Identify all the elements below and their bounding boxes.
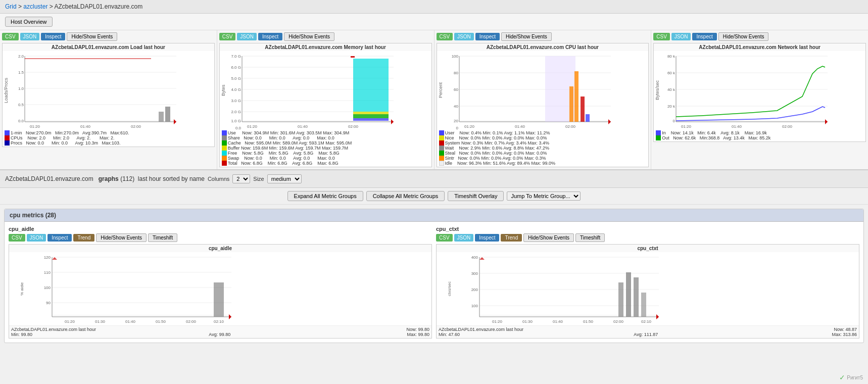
host-overview-button[interactable]: Host Overview	[5, 17, 53, 27]
svg-marker-66	[608, 119, 611, 124]
svg-rect-121	[626, 272, 631, 317]
network-inspect-button[interactable]: Inspect	[692, 33, 716, 40]
cpu-aidle-hide-show-button[interactable]: Hide/Show Events	[96, 233, 147, 242]
svg-text:4.0 G: 4.0 G	[231, 87, 241, 92]
svg-rect-42	[353, 118, 389, 121]
svg-text:01:30: 01:30	[522, 319, 533, 324]
svg-text:01:40: 01:40	[732, 124, 742, 129]
svg-text:200: 200	[471, 287, 478, 292]
host-overview-bar: Host Overview	[0, 14, 868, 30]
cpu-aidle-chart-area: cpu_aidle % aidle 120	[9, 244, 432, 339]
network-hide-show-button[interactable]: Hide/Show Events	[718, 32, 769, 41]
cpu-aidle-trend-button[interactable]: Trend	[73, 234, 94, 242]
svg-rect-16	[159, 112, 164, 122]
svg-rect-63	[574, 71, 578, 122]
svg-text:20: 20	[454, 119, 458, 123]
svg-text:01:20: 01:20	[65, 319, 75, 324]
load-hide-show-button[interactable]: Hide/Show Events	[67, 32, 117, 41]
load-inspect-button[interactable]: Inspect	[41, 33, 65, 40]
cpu-aidle-timeshift-button[interactable]: Timeshift	[148, 233, 177, 242]
load-csv-button[interactable]: CSV	[2, 33, 19, 40]
breadcrumb-host: AZcbetaLDAPL01.envazure.com	[54, 3, 142, 10]
svg-text:0.0: 0.0	[235, 126, 242, 129]
cpu-json-button[interactable]: JSON	[454, 33, 474, 40]
cpu-ctxt-stats-avg: Avg: 111.87	[634, 332, 658, 337]
cpu-ctxt-stats-min: Min: 47.60	[439, 332, 460, 337]
svg-text:2.0 G: 2.0 G	[231, 110, 241, 114]
memory-json-button[interactable]: JSON	[237, 33, 257, 40]
graphs-sort: last hour sorted by name	[138, 175, 205, 182]
svg-text:80 k: 80 k	[667, 54, 676, 59]
cpu-aidle-y-label: % aidle	[9, 252, 34, 325]
cpu-aidle-inspect-button[interactable]: Inspect	[47, 234, 72, 242]
svg-text:100: 100	[451, 54, 458, 59]
cpu-aidle-svg: 120 110 100 90 01:20 01:30 01:40	[34, 252, 236, 325]
jump-to-select[interactable]: Jump To Metric Group... cpu metrics memo…	[507, 191, 581, 201]
breadcrumb-cluster[interactable]: azcluster	[23, 3, 47, 10]
load-json-button[interactable]: JSON	[20, 33, 40, 40]
cpu-csv-button[interactable]: CSV	[437, 33, 453, 40]
columns-select[interactable]: 2 1 3 4	[232, 174, 250, 183]
graphs-host: AZcbetaLDAPL01.envazure.com	[5, 175, 93, 182]
svg-text:400: 400	[471, 255, 478, 260]
svg-text:01:40: 01:40	[514, 124, 525, 129]
cpu-y-label: Percent	[437, 51, 444, 129]
cpu-aidle-csv-button[interactable]: CSV	[9, 234, 25, 242]
network-chart-title: AZcbetaLDAPL01.envazure.com Network last…	[654, 43, 865, 51]
cpu-ctxt-json-button[interactable]: JSON	[454, 234, 474, 242]
svg-rect-39	[353, 59, 389, 112]
svg-rect-100	[214, 282, 224, 317]
cpu-ctxt-timeshift-button[interactable]: Timeshift	[575, 233, 605, 242]
load-y-label: Loads/Procs	[3, 51, 10, 129]
svg-text:5.0 G: 5.0 G	[231, 76, 241, 81]
cpu-ctxt-item: cpu_ctxt CSV JSON Inspect Trend Hide/Sho…	[436, 226, 859, 339]
memory-hide-show-button[interactable]: Hide/Show Events	[284, 32, 334, 41]
expand-all-button[interactable]: Expand All Metric Groups	[287, 191, 363, 201]
size-select[interactable]: medium small large	[267, 174, 302, 183]
svg-text:0.5: 0.5	[18, 103, 24, 107]
memory-csv-button[interactable]: CSV	[219, 33, 236, 40]
cpu-ctxt-inspect-button[interactable]: Inspect	[475, 234, 499, 242]
cpu-ctxt-trend-button[interactable]: Trend	[501, 234, 522, 242]
cpu-ctxt-csv-button[interactable]: CSV	[436, 234, 453, 242]
svg-text:01:40: 01:40	[298, 124, 308, 129]
cpu-metric-group-header[interactable]: cpu metrics (28)	[5, 209, 863, 222]
svg-text:300: 300	[471, 271, 478, 276]
cpu-aidle-stats-avg: Avg: 99.80	[209, 332, 230, 337]
cpu-aidle-toolbar: CSV JSON Inspect Trend Hide/Show Events …	[9, 233, 432, 242]
svg-text:0: 0	[456, 126, 458, 129]
svg-text:01:20: 01:20	[492, 319, 503, 324]
svg-text:01:20: 01:20	[681, 124, 692, 129]
timeshift-overlay-button[interactable]: Timeshift Overlay	[448, 191, 504, 201]
network-legend: In Now: 14.1k Min: 6.4k Avg: 8.1k Max: 1…	[654, 129, 865, 141]
cpu-hide-show-button[interactable]: Hide/Show Events	[501, 32, 552, 41]
svg-text:02:00: 02:00	[782, 124, 793, 129]
breadcrumb-grid[interactable]: Grid	[5, 3, 17, 10]
svg-rect-120	[618, 282, 623, 317]
cpu-aidle-json-button[interactable]: JSON	[27, 234, 46, 242]
cpu-aidle-stats-max: Max: 99.80	[407, 332, 429, 337]
svg-marker-44	[391, 119, 394, 124]
graphs-type: graphs	[99, 175, 119, 182]
network-json-button[interactable]: JSON	[671, 33, 691, 40]
svg-text:01:50: 01:50	[583, 319, 594, 324]
memory-inspect-button[interactable]: Inspect	[258, 33, 282, 40]
network-csv-button[interactable]: CSV	[653, 33, 670, 40]
cpu-aidle-stats-host: AZcbetaLDAPL01.envazure.com last hour	[11, 327, 96, 332]
cpu-ctxt-hide-show-button[interactable]: Hide/Show Events	[523, 233, 574, 242]
cpu-ctxt-stats: AZcbetaLDAPL01.envazure.com last hour No…	[437, 325, 859, 338]
cpu-aidle-stats-min: Min: 99.80	[11, 332, 32, 337]
svg-rect-41	[353, 114, 389, 118]
cpu-ctxt-title: cpu_ctxt	[437, 245, 859, 252]
memory-y-label: Bytes	[220, 51, 227, 129]
svg-text:1.0: 1.0	[18, 86, 24, 91]
svg-text:60: 60	[454, 87, 458, 92]
cpu-inspect-button[interactable]: Inspect	[475, 33, 500, 40]
svg-marker-18	[174, 119, 176, 124]
svg-text:02:00: 02:00	[348, 124, 359, 129]
collapse-all-button[interactable]: Collapse All Metric Groups	[366, 191, 445, 201]
svg-text:02:10: 02:10	[214, 319, 224, 324]
svg-text:01:30: 01:30	[95, 319, 106, 324]
load-legend: 1-min Now:270.0m Min:270.0m Avg:390.7m M…	[3, 129, 214, 147]
metric-controls: Expand All Metric Groups Collapse All Me…	[0, 188, 868, 205]
